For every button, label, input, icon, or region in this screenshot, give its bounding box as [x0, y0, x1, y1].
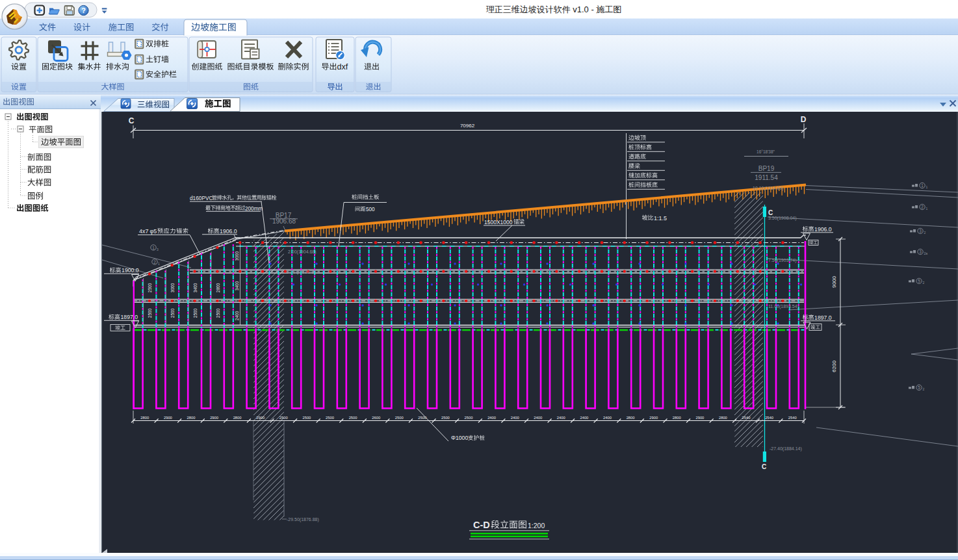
svg-text:2500: 2500	[193, 308, 198, 318]
svg-text:2500: 2500	[465, 416, 473, 420]
svg-text:3400: 3400	[193, 283, 198, 292]
svg-text:2900: 2900	[256, 416, 265, 420]
svg-text:3: 3	[919, 249, 922, 254]
svg-text:2500: 2500	[349, 416, 357, 420]
svg-text:2540: 2540	[742, 416, 751, 420]
svg-text:5: 5	[918, 279, 920, 283]
svg-text:2: 2	[153, 260, 156, 264]
svg-text:2400: 2400	[511, 416, 519, 420]
svg-text:BP19: BP19	[758, 165, 775, 172]
svg-text:2500: 2500	[170, 308, 175, 318]
svg-text:1: 1	[926, 207, 928, 210]
svg-text:2500: 2500	[441, 416, 450, 420]
svg-text:1906.0: 1906.0	[814, 226, 832, 233]
svg-text:200mm: 200mm	[245, 206, 263, 212]
svg-text:2800: 2800	[719, 416, 727, 420]
svg-text:C-D: C-D	[473, 520, 490, 530]
svg-text:3000: 3000	[170, 283, 175, 292]
svg-text:2400: 2400	[534, 416, 542, 420]
svg-text:2800: 2800	[233, 416, 242, 420]
svg-text:?: ?	[81, 6, 86, 14]
svg-text:2500: 2500	[302, 416, 311, 420]
svg-text:9000: 9000	[831, 276, 837, 288]
svg-text:2800: 2800	[627, 416, 635, 420]
svg-text:1:1.5: 1:1.5	[654, 215, 667, 222]
svg-text:理正三维边坡设计软件 v1.0 - 施工图: 理正三维边坡设计软件 v1.0 - 施工图	[486, 5, 622, 14]
svg-text:2: 2	[921, 205, 924, 209]
svg-text:Φ1000: Φ1000	[451, 435, 468, 441]
svg-text:2500: 2500	[148, 283, 152, 292]
svg-text:2500: 2500	[395, 416, 404, 420]
svg-text:2800: 2800	[216, 283, 220, 292]
svg-text:2400: 2400	[557, 416, 565, 420]
svg-text:2800: 2800	[673, 416, 681, 420]
svg-text:2500: 2500	[148, 308, 152, 318]
svg-text:2900: 2900	[695, 416, 704, 420]
svg-text:2400: 2400	[235, 311, 239, 320]
svg-text:3: 3	[919, 229, 922, 233]
svg-text:2900: 2900	[210, 416, 218, 420]
svg-text:2: 2	[924, 231, 926, 235]
svg-text:-29.50(1876.88): -29.50(1876.88)	[287, 517, 319, 522]
svg-text:16°18′38″: 16°18′38″	[757, 149, 775, 154]
svg-text:2900: 2900	[649, 416, 658, 420]
svg-text:500: 500	[366, 207, 375, 212]
svg-text:10.10(1914.09): 10.10(1914.09)	[753, 186, 783, 191]
svg-text:1:200: 1:200	[528, 522, 545, 529]
svg-text:0.00(1906.04): 0.00(1906.04)	[288, 270, 317, 275]
svg-text:2: 2	[923, 387, 925, 391]
svg-text:1897.0: 1897.0	[814, 314, 832, 321]
svg-text:1906.0: 1906.0	[220, 228, 237, 235]
svg-text:2500: 2500	[216, 308, 220, 318]
svg-text:dxf: dxf	[337, 62, 348, 71]
svg-text:1900.0: 1900.0	[122, 267, 139, 274]
svg-text:2540: 2540	[765, 416, 773, 420]
svg-text:1: 1	[152, 246, 155, 250]
svg-text:2500: 2500	[418, 416, 426, 420]
svg-text:3.50(1908.04): 3.50(1908.04)	[768, 216, 797, 221]
svg-text:D: D	[801, 115, 807, 124]
svg-text:5: 5	[918, 385, 920, 390]
svg-text:3: 3	[157, 248, 159, 251]
svg-text:2: 2	[923, 281, 925, 285]
svg-text:-27.40(1884.14): -27.40(1884.14)	[770, 446, 802, 452]
svg-text:C: C	[768, 209, 773, 216]
svg-text:1: 1	[158, 262, 160, 266]
svg-text:70962: 70962	[460, 123, 475, 129]
svg-text:d160PVC: d160PVC	[190, 195, 213, 201]
svg-text:3000: 3000	[235, 251, 239, 261]
svg-text:2400: 2400	[487, 416, 496, 420]
svg-text:6200: 6200	[831, 361, 837, 372]
svg-text:1897.0: 1897.0	[121, 314, 138, 320]
svg-text:1: 1	[921, 183, 924, 188]
svg-text:1500X1000: 1500X1000	[484, 219, 513, 225]
svg-text:φ5: φ5	[150, 228, 157, 235]
svg-text:4x7: 4x7	[139, 228, 149, 235]
svg-text:1: 1	[926, 185, 928, 189]
svg-text:2500: 2500	[326, 416, 334, 420]
svg-text:2800: 2800	[140, 416, 149, 420]
svg-text:2a: 2a	[924, 251, 928, 255]
svg-text:2800: 2800	[187, 416, 196, 420]
svg-text:2600: 2600	[372, 416, 380, 420]
svg-text:1911.54: 1911.54	[755, 174, 778, 181]
svg-text:2500: 2500	[279, 416, 288, 420]
svg-text:2400: 2400	[580, 416, 588, 420]
svg-text:7.50(1903.74): 7.50(1903.74)	[768, 258, 797, 263]
svg-text:C: C	[129, 116, 135, 125]
svg-text:11.00(1893.54): 11.00(1893.54)	[768, 304, 799, 309]
svg-text:2900: 2900	[164, 416, 172, 420]
svg-text:3400: 3400	[235, 281, 239, 290]
svg-text:C: C	[762, 463, 766, 470]
svg-text:2540: 2540	[788, 416, 797, 420]
svg-text:2.00(1904.68): 2.00(1904.68)	[288, 249, 317, 255]
svg-text:2400: 2400	[603, 416, 612, 420]
svg-text:1906.68: 1906.68	[272, 218, 296, 225]
